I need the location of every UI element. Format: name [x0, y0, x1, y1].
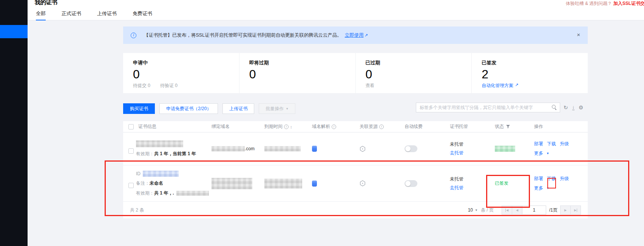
- row-checkbox[interactable]: [128, 183, 134, 188]
- search-icon[interactable]: [552, 105, 557, 110]
- stat-value: 2: [482, 68, 588, 81]
- auto-renew-toggle[interactable]: [405, 180, 417, 187]
- info-icon[interactable]: i: [379, 125, 384, 129]
- redacted-expire-date: [264, 179, 302, 188]
- id-label: ID: [136, 171, 141, 176]
- go-hosting-link[interactable]: 去托管: [450, 150, 463, 156]
- chevron-down-icon: ▼: [546, 187, 549, 190]
- stat-sub-pending-verify: 待验证 0: [160, 83, 178, 89]
- external-link-icon: ↗: [364, 33, 368, 38]
- stat-label: 已过期: [366, 59, 472, 66]
- redacted-status-badge: [495, 146, 515, 152]
- stat-sub-pending-submit: 待提交 0: [133, 83, 150, 89]
- col-actions: 操作: [534, 123, 588, 130]
- banner-text: 【证书托管】已发布，将SSL证书开启托管即可实现证书到期前自动更新关联的腾讯云云…: [144, 32, 342, 39]
- stat-value: 0: [366, 68, 472, 81]
- stat-label: 申请中: [133, 59, 239, 66]
- stat-expiring-soon: 即将过期 0: [239, 53, 355, 93]
- tab-formal-cert[interactable]: 正式证书: [62, 10, 81, 20]
- table-row: 有效期： 共 1 年，当前第 1 年 .com 未托管 去托管 部署 下载 升级: [123, 132, 588, 165]
- col-status: 状态: [495, 123, 504, 130]
- first-page-button[interactable]: ◀: [502, 206, 512, 215]
- redacted-cert-id: [143, 171, 179, 177]
- col-cert-info: 证书信息: [138, 123, 156, 130]
- redacted-validity-date: [176, 191, 209, 196]
- tab-all[interactable]: 全部: [36, 10, 46, 20]
- validity-value: 共 1 年，当前第 1 年: [154, 151, 196, 157]
- table-row: ID 备注： 未命名 有效期： 共 1 年，. 未托管 去托管 已签发: [123, 165, 588, 202]
- resource-hexagon-icon[interactable]: [360, 180, 366, 187]
- hosting-status: 未托管: [450, 176, 463, 182]
- cert-table: 证书信息 绑定域名 到期时间 i ↕ 域名解析 i 关联资源 i 自动续费 证书…: [123, 121, 588, 218]
- refresh-icon[interactable]: ↻: [564, 104, 568, 111]
- status-badge: 已签发: [495, 180, 508, 187]
- go-hosting-link[interactable]: 去托管: [450, 185, 463, 191]
- stat-view-link[interactable]: 查看: [366, 83, 375, 89]
- stat-issued: 已签发 2 自动化管理方案 ↗: [471, 53, 588, 93]
- download-link[interactable]: 下载: [547, 141, 556, 147]
- search-group: ↻ ↓ ⚙: [416, 103, 583, 112]
- info-icon[interactable]: i: [332, 125, 336, 129]
- page-size-select[interactable]: 10▼: [468, 207, 478, 213]
- automation-plan-link[interactable]: 自动化管理方案: [482, 83, 513, 89]
- upgrade-link[interactable]: 升级: [560, 141, 569, 147]
- search-input[interactable]: [416, 103, 560, 112]
- sidebar-active-item[interactable]: [0, 25, 28, 38]
- select-all-checkbox[interactable]: [128, 124, 134, 129]
- validity-label: 有效期：: [136, 190, 154, 196]
- close-icon[interactable]: ×: [577, 32, 580, 37]
- notice-banner: i 【证书托管】已发布，将SSL证书开启托管即可实现证书到期前自动更新关联的腾讯…: [123, 26, 588, 44]
- col-cert-hosting: 证书托管: [450, 123, 495, 130]
- redacted-domain: [212, 178, 252, 189]
- filter-icon[interactable]: [506, 125, 510, 129]
- validity-label: 有效期：: [136, 151, 154, 157]
- promo-link[interactable]: 加入SSL证书交流: [613, 1, 644, 6]
- banner-use-now-link[interactable]: 立即使用: [345, 32, 364, 39]
- upload-cert-button[interactable]: 上传证书: [222, 103, 254, 114]
- page-number-input[interactable]: [522, 206, 546, 215]
- validity-value: 共 1 年，.: [154, 190, 174, 196]
- page-title: 我的证书: [35, 0, 57, 6]
- tab-free-cert[interactable]: 免费证书: [133, 10, 152, 20]
- apply-free-cert-button[interactable]: 申请免费证书（2/20）: [159, 103, 218, 114]
- chevron-down-icon: ▼: [546, 152, 549, 155]
- prev-page-button[interactable]: ◀: [512, 206, 522, 215]
- col-bound-domain: 绑定域名: [212, 123, 264, 130]
- tab-bar: 全部 正式证书 上传证书 免费证书: [36, 10, 152, 20]
- batch-actions-button[interactable]: 批量操作▼: [259, 103, 295, 114]
- buy-cert-button[interactable]: 购买证书: [123, 103, 155, 114]
- gear-icon[interactable]: ⚙: [579, 104, 584, 111]
- download-icon[interactable]: ↓: [572, 105, 575, 110]
- info-icon: i: [131, 33, 136, 38]
- stat-expired: 已过期 0 查看: [355, 53, 472, 93]
- download-link[interactable]: 下载: [547, 176, 556, 182]
- domain-suffix: .com: [245, 146, 255, 151]
- next-page-button[interactable]: ▶: [560, 206, 571, 215]
- col-domain-resolve: 域名解析: [312, 123, 330, 130]
- info-icon[interactable]: i: [284, 125, 289, 129]
- promo: 体验吐槽 & 遇到问题？ 加入SSL证书交流: [566, 0, 644, 7]
- more-link[interactable]: 更多 ▼: [534, 185, 549, 192]
- last-page-button[interactable]: ▶: [570, 206, 581, 215]
- more-link[interactable]: 更多 ▼: [534, 150, 549, 157]
- sort-icon[interactable]: ↕: [290, 125, 292, 129]
- stat-value: 0: [249, 68, 355, 81]
- row-checkbox[interactable]: [128, 148, 134, 154]
- sidebar: [0, 0, 28, 246]
- col-expire-time: 到期时间: [264, 123, 283, 130]
- stats-panel: 申请中 0 待提交 0 待验证 0 即将过期 0 已过期 0 查看 已签发 2 …: [123, 53, 588, 93]
- deploy-link[interactable]: 部署: [534, 176, 543, 182]
- dns-resolve-icon[interactable]: [312, 146, 317, 152]
- note-label: 备注：: [136, 180, 150, 187]
- dns-resolve-icon[interactable]: [312, 181, 317, 187]
- deploy-link[interactable]: 部署: [534, 141, 543, 147]
- first-page-icon: ◀: [505, 209, 508, 212]
- toolbar: 购买证书 申请免费证书（2/20） 上传证书 批量操作▼: [123, 103, 295, 114]
- auto-renew-toggle[interactable]: [405, 145, 417, 152]
- pagination: 共 2 条 10▼ 条 / 页 ◀ ◀ /1页 ▶ ▶: [123, 202, 588, 218]
- resource-hexagon-icon[interactable]: [360, 146, 366, 152]
- topbar: 我的证书 全部 正式证书 上传证书 免费证书 体验吐槽 & 遇到问题？ 加入SS…: [28, 0, 644, 20]
- tab-uploaded-cert[interactable]: 上传证书: [97, 10, 117, 20]
- stat-value: 0: [133, 68, 239, 81]
- upgrade-link[interactable]: 升级: [560, 176, 569, 182]
